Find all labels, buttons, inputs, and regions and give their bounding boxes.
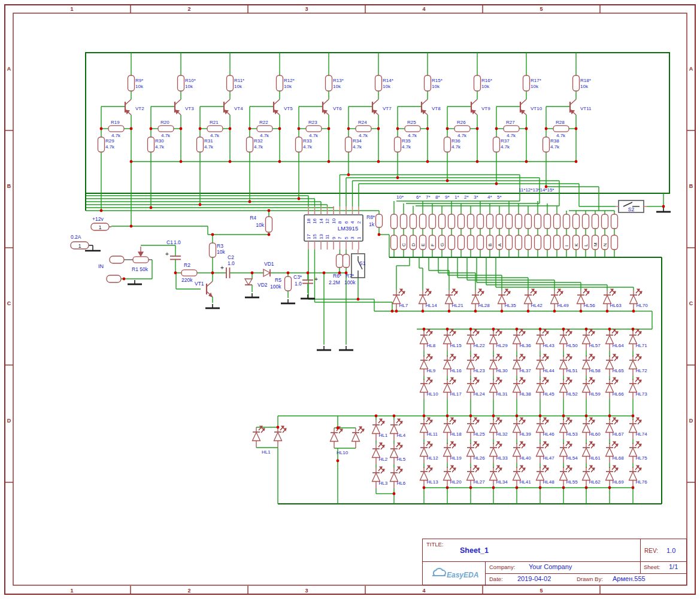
resistor-row1[interactable] — [449, 214, 455, 229]
resistor-R25[interactable] — [405, 126, 420, 132]
resistor-row2[interactable] — [506, 235, 513, 250]
resistor-row2[interactable] — [535, 235, 541, 250]
connector-pad[interactable] — [107, 275, 121, 282]
resistor-row1[interactable] — [583, 214, 589, 229]
resistor-row1[interactable] — [391, 214, 398, 229]
pot-wiper[interactable] — [138, 247, 143, 256]
resistor-row1[interactable] — [535, 214, 541, 229]
ground-symbol[interactable] — [301, 294, 315, 299]
resistor-row1[interactable] — [496, 214, 503, 229]
resistor-row2[interactable] — [429, 235, 436, 250]
resistor-R14*[interactable] — [375, 75, 382, 91]
resistor-row2[interactable] — [554, 235, 560, 250]
resistor-R30[interactable] — [148, 137, 154, 152]
resistor-R26[interactable] — [454, 126, 470, 132]
transistor-VT6[interactable] — [323, 99, 329, 115]
resistor-R19[interactable] — [108, 126, 124, 132]
resistor-row2[interactable] — [468, 235, 474, 250]
resistor-row1[interactable] — [439, 214, 446, 229]
led-pair-HL10[interactable] — [352, 427, 365, 448]
resistor-R10*[interactable] — [178, 75, 184, 91]
transistor-VT2[interactable] — [125, 99, 131, 115]
resistor-row1[interactable] — [525, 214, 532, 229]
resistor-R22[interactable] — [257, 126, 272, 132]
resistor-row2[interactable] — [420, 235, 426, 250]
resistor-R6[interactable] — [337, 254, 343, 267]
transistor-VT1[interactable] — [207, 281, 213, 297]
resistor-R2[interactable] — [181, 270, 197, 276]
resistor-R34[interactable] — [346, 137, 352, 152]
resistor-row1[interactable] — [516, 214, 522, 229]
resistor-row1[interactable] — [410, 214, 417, 229]
resistor-R33[interactable] — [296, 137, 302, 152]
resistor-row1[interactable] — [487, 214, 493, 229]
resistor-row2[interactable] — [496, 235, 503, 250]
resistor-row1[interactable] — [592, 214, 599, 229]
resistor-row2[interactable] — [611, 235, 618, 250]
resistor-R15*[interactable] — [425, 75, 431, 91]
resistor-row1[interactable] — [544, 214, 551, 229]
ground-symbol[interactable] — [656, 208, 671, 212]
net-flag-12v[interactable]: 1 — [91, 223, 109, 230]
resistor-R32[interactable] — [247, 137, 253, 152]
net-flag-fuse[interactable]: 1 — [71, 242, 89, 249]
resistor-row2[interactable] — [592, 235, 599, 250]
resistor-row2[interactable] — [477, 235, 484, 250]
transistor-VT7[interactable] — [372, 99, 378, 115]
transistor-VT8[interactable] — [422, 99, 428, 115]
schematic-canvas[interactable]: 1122334455AABBCCDD11R9*10kVT2R194.7kR294… — [0, 0, 700, 599]
resistor-row1[interactable] — [554, 214, 560, 229]
ground-symbol[interactable] — [281, 299, 295, 303]
capacitor-C1[interactable] — [170, 256, 181, 260]
resistor-R7[interactable] — [343, 254, 350, 267]
resistor-R28[interactable] — [553, 126, 569, 132]
resistor-R29[interactable] — [98, 137, 105, 152]
diode-VD2[interactable] — [245, 279, 252, 285]
led-pair-HL1[interactable] — [274, 426, 287, 448]
resistor-R31[interactable] — [197, 137, 204, 152]
resistor-row1[interactable] — [563, 214, 570, 229]
ground-symbol[interactable] — [339, 346, 353, 350]
resistor-row1[interactable] — [458, 214, 465, 229]
resistor-row2[interactable] — [458, 235, 465, 250]
transistor-VT3[interactable] — [175, 99, 181, 115]
resistor-row2[interactable] — [391, 235, 398, 250]
resistor-R20[interactable] — [158, 126, 174, 132]
transistor-VT10[interactable] — [520, 99, 526, 115]
transistor-VT5[interactable] — [274, 99, 280, 115]
transistor-VT4[interactable] — [224, 99, 230, 115]
resistor-R4[interactable] — [266, 217, 272, 232]
resistor-R38[interactable] — [543, 137, 550, 152]
resistor-R35[interactable] — [395, 137, 401, 152]
resistor-row2[interactable] — [583, 235, 589, 250]
resistor-R9*[interactable] — [128, 75, 135, 91]
capacitor-C3[interactable] — [302, 280, 313, 284]
resistor-row2[interactable] — [487, 235, 493, 250]
potentiometer-R1[interactable] — [133, 257, 149, 263]
resistor-row1[interactable] — [468, 214, 474, 229]
ground-symbol[interactable] — [245, 293, 259, 297]
resistor-R13*[interactable] — [326, 75, 332, 91]
resistor-row2[interactable] — [525, 235, 532, 250]
resistor-R37[interactable] — [493, 137, 500, 152]
resistor-row2[interactable] — [544, 235, 551, 250]
ground-symbol[interactable] — [205, 304, 220, 308]
resistor-R18*[interactable] — [573, 75, 580, 91]
led-pair-HL10[interactable] — [331, 427, 343, 448]
resistor-row2[interactable] — [439, 235, 446, 250]
led-pair-HL1[interactable] — [253, 426, 265, 448]
resistor-row1[interactable] — [420, 214, 426, 229]
resistor-R5[interactable] — [285, 276, 292, 291]
resistor-R24[interactable] — [356, 126, 371, 132]
resistor-row2[interactable] — [410, 235, 417, 250]
diode-VD1[interactable] — [263, 269, 270, 276]
resistor-R17*[interactable] — [523, 75, 530, 91]
resistor-R27[interactable] — [504, 126, 519, 132]
capacitor-C2[interactable] — [226, 267, 230, 278]
resistor-R23[interactable] — [306, 126, 322, 132]
resistor-R11*[interactable] — [227, 75, 234, 91]
resistor-row2[interactable] — [516, 235, 522, 250]
ground-symbol[interactable] — [128, 280, 142, 284]
resistor-row2[interactable] — [573, 235, 580, 250]
transistor-VT11[interactable] — [570, 99, 576, 115]
